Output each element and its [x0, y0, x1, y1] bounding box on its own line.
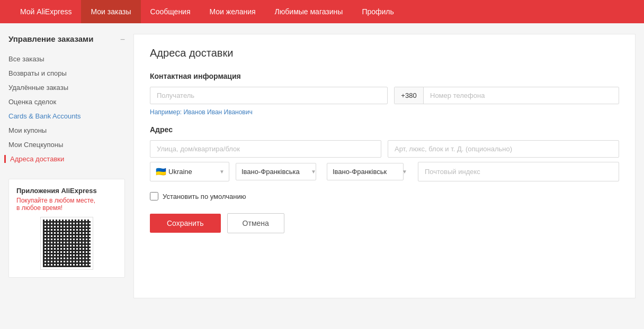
country-chevron-icon: ▼ [219, 169, 225, 175]
contact-section-label: Контактная информация [150, 72, 619, 80]
set-default-label[interactable]: Установить по умолчанию [163, 193, 246, 200]
sidebar-app-title: Приложения AliExpress [16, 187, 117, 195]
sidebar-link-deal-evaluation[interactable]: Оценка сделок [8, 98, 125, 106]
address-row-2: 🇺🇦 Ukraine ▼ Івано-Франківська ▼ Івано-Ф… [150, 162, 619, 181]
sidebar-header: Управление заказами − [8, 34, 125, 44]
nav-messages[interactable]: Сообщения [141, 0, 200, 23]
sidebar-link-delivery-addresses[interactable]: Адреса доставки [4, 155, 125, 163]
city-select-wrapper[interactable]: Івано-Франківськ ▼ [327, 162, 412, 181]
qr-code-image [40, 217, 93, 270]
sidebar-link-my-coupons[interactable]: Мои купоны [8, 126, 125, 134]
contact-form-row: +380 [150, 87, 619, 104]
address-row-1 [150, 140, 619, 158]
sidebar-title: Управление заказами [8, 34, 93, 44]
sidebar-item-my-special-coupons[interactable]: Мои Спецкупоны [8, 138, 125, 152]
nav-my-aliexpress[interactable]: Мой AliExpress [11, 0, 81, 23]
city-select[interactable]: Івано-Франківськ [327, 163, 404, 180]
phone-prefix: +380 [395, 87, 424, 104]
sidebar-menu: Все заказы Возвраты и споры Удалённые за… [8, 52, 125, 166]
country-flag-icon: 🇺🇦 [156, 167, 166, 177]
sidebar-item-my-coupons[interactable]: Мои купоны [8, 123, 125, 138]
sidebar-item-deal-evaluation[interactable]: Оценка сделок [8, 95, 125, 109]
apt-input[interactable] [388, 140, 619, 158]
sidebar-app-section: Приложения AliExpress Покупайте в любом … [8, 179, 125, 278]
nav-favorite-stores[interactable]: Любимые магазины [265, 0, 353, 23]
phone-input[interactable] [424, 87, 619, 104]
region-select[interactable]: Івано-Франківська [236, 163, 316, 180]
recipient-input[interactable] [150, 87, 388, 104]
sidebar-item-all-orders[interactable]: Все заказы [8, 52, 125, 66]
sidebar-link-returns-disputes[interactable]: Возвраты и споры [8, 69, 125, 77]
save-button[interactable]: Сохранить [150, 214, 221, 233]
set-default-row: Установить по умолчанию [150, 192, 619, 200]
sidebar-link-cards-bank-accounts[interactable]: Cards & Bank Accounts [8, 112, 125, 120]
cancel-button[interactable]: Отмена [227, 213, 284, 233]
sidebar: Управление заказами − Все заказы Возврат… [8, 34, 125, 278]
sidebar-item-cards-bank-accounts[interactable]: Cards & Bank Accounts [8, 109, 125, 123]
nav-my-wishlist[interactable]: Мои желания [200, 0, 265, 23]
nav-profile[interactable]: Профиль [352, 0, 403, 23]
page-layout: Управление заказами − Все заказы Возврат… [0, 23, 644, 309]
country-select-wrapper[interactable]: 🇺🇦 Ukraine ▼ [150, 162, 229, 181]
form-buttons: Сохранить Отмена [150, 213, 619, 233]
page-title: Адреса доставки [150, 47, 619, 59]
recipient-hint: Например: Иванов Иван Иванович [150, 108, 619, 116]
sidebar-link-my-special-coupons[interactable]: Мои Спецкупоны [8, 141, 125, 149]
phone-group: +380 [394, 87, 619, 104]
set-default-checkbox[interactable] [150, 192, 158, 200]
zip-input[interactable] [418, 162, 619, 181]
country-value: Ukraine [168, 168, 192, 176]
main-content: Адреса доставки Контактная информация +3… [133, 34, 636, 298]
sidebar-app-subtitle: Покупайте в любом месте,в любое время! [16, 197, 117, 212]
sidebar-collapse-button[interactable]: − [120, 35, 125, 44]
sidebar-item-deleted-orders[interactable]: Удалённые заказы [8, 80, 125, 95]
sidebar-link-deleted-orders[interactable]: Удалённые заказы [8, 84, 125, 92]
top-navigation: Мой AliExpress Мои заказы Сообщения Мои … [0, 0, 644, 23]
sidebar-item-returns-disputes[interactable]: Возвраты и споры [8, 66, 125, 80]
sidebar-item-delivery-addresses[interactable]: Адреса доставки [8, 152, 125, 166]
street-input[interactable] [150, 140, 381, 158]
nav-my-orders[interactable]: Мои заказы [81, 0, 140, 23]
sidebar-link-all-orders[interactable]: Все заказы [8, 55, 125, 63]
region-select-wrapper[interactable]: Івано-Франківська ▼ [236, 162, 320, 181]
address-section-label: Адрес [150, 125, 619, 134]
